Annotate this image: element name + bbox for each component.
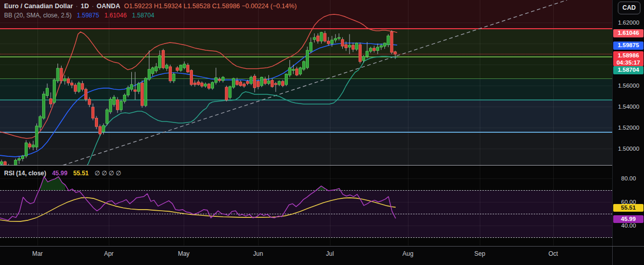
candle bbox=[271, 79, 274, 88]
candle bbox=[71, 80, 73, 88]
candle bbox=[355, 43, 358, 51]
candle-body-up bbox=[260, 77, 263, 86]
rsi-ma-value: 55.51 bbox=[73, 170, 89, 177]
candle-body-down bbox=[134, 90, 136, 91]
candle bbox=[197, 80, 200, 86]
candle-body-down bbox=[162, 50, 165, 68]
candle bbox=[267, 75, 270, 85]
candle-body-up bbox=[14, 160, 17, 166]
month-label-sep[interactable]: Sep bbox=[474, 250, 485, 257]
candle-body-down bbox=[373, 48, 376, 51]
scale-label: 1.56000 bbox=[613, 83, 644, 89]
candle bbox=[229, 86, 231, 99]
month-label-jun[interactable]: Jun bbox=[253, 250, 263, 257]
candle bbox=[327, 37, 330, 46]
month-label-apr[interactable]: Apr bbox=[104, 250, 114, 257]
time-axis[interactable]: MarAprMayJunJulAugSepOct bbox=[0, 246, 644, 265]
candle-body-up bbox=[330, 40, 333, 44]
candle-body-down bbox=[275, 84, 277, 85]
candle-body-up bbox=[165, 65, 168, 68]
bb-indicator-legend[interactable]: BB (20, SMA, close, 2.5) 1.59875 1.61046… bbox=[4, 12, 154, 19]
symbol-legend[interactable]: Euro / Canadian Dollar · 1D · OANDA O1.5… bbox=[4, 3, 297, 10]
currency-button[interactable]: CAD bbox=[618, 2, 640, 14]
candle bbox=[387, 34, 389, 47]
candle-body-down bbox=[327, 41, 330, 44]
price-scale[interactable]: CAD 1.620001.560001.540001.520001.500008… bbox=[612, 0, 644, 246]
price-pane[interactable] bbox=[0, 0, 612, 165]
candle-body-down bbox=[193, 83, 196, 85]
candle-body-down bbox=[141, 83, 144, 106]
candle-body-up bbox=[46, 88, 49, 95]
rsi-pane[interactable] bbox=[0, 166, 612, 246]
candle-body-up bbox=[232, 78, 235, 87]
candle bbox=[4, 161, 6, 165]
candle bbox=[109, 97, 112, 114]
candle-body-up bbox=[109, 99, 112, 112]
candle-body-down bbox=[317, 36, 319, 41]
candle-body-up bbox=[43, 94, 45, 118]
candle bbox=[366, 42, 368, 58]
candle-body-up bbox=[313, 37, 316, 39]
candle-body-up bbox=[172, 74, 175, 80]
candle-body-down bbox=[28, 144, 31, 147]
candle-body-up bbox=[380, 46, 382, 47]
candle-body-up bbox=[120, 101, 122, 110]
candle-body-down bbox=[239, 82, 242, 86]
bb-basis-line bbox=[0, 43, 397, 157]
candle bbox=[341, 37, 344, 49]
trading-chart-app: Euro / Canadian Dollar · 1D · OANDA O1.5… bbox=[0, 0, 644, 265]
candle-body-up bbox=[211, 83, 214, 88]
candle bbox=[172, 72, 175, 83]
candle-body-up bbox=[22, 156, 24, 158]
candle bbox=[299, 67, 302, 75]
legend-separator2: · bbox=[92, 3, 94, 10]
candle-body-up bbox=[1, 162, 3, 164]
candle-body-down bbox=[176, 68, 179, 70]
candle-body-up bbox=[123, 95, 126, 101]
candle bbox=[348, 34, 351, 54]
candle-body-down bbox=[95, 118, 97, 127]
candle-body-down bbox=[341, 39, 344, 46]
bb-basis-value: 1.59875 bbox=[77, 12, 99, 19]
candle bbox=[92, 104, 94, 120]
rsi-indicator-legend[interactable]: RSI (14, close) 45.99 55.51 ∅ ∅ ∅ ∅ bbox=[4, 170, 121, 177]
month-label-may[interactable]: May bbox=[178, 250, 190, 257]
candle bbox=[288, 60, 291, 77]
candle-body-down bbox=[282, 81, 284, 86]
candle bbox=[222, 76, 224, 83]
candle bbox=[201, 81, 203, 88]
candle bbox=[225, 86, 228, 101]
candle bbox=[18, 156, 21, 164]
candle-body-up bbox=[306, 50, 308, 68]
symbol-title[interactable]: Euro / Canadian Dollar bbox=[4, 3, 73, 10]
candle-body-up bbox=[148, 69, 150, 79]
month-label-oct[interactable]: Oct bbox=[549, 250, 558, 257]
rsi-overbought-fill bbox=[41, 177, 65, 190]
candle-body-up bbox=[387, 36, 389, 45]
candle bbox=[376, 44, 379, 54]
candle bbox=[278, 80, 281, 86]
bb-lower-badge: 1.58704 bbox=[613, 66, 643, 74]
rsi-plot-svg bbox=[0, 166, 612, 246]
month-label-aug[interactable]: Aug bbox=[402, 250, 413, 257]
candle bbox=[28, 142, 31, 149]
month-label-mar[interactable]: Mar bbox=[32, 250, 43, 257]
candle bbox=[56, 64, 59, 83]
candle-body-down bbox=[67, 79, 70, 83]
candle bbox=[282, 80, 284, 87]
bb-name[interactable]: BB (20, SMA, close, 2.5) bbox=[4, 12, 71, 19]
candle-body-up bbox=[348, 45, 351, 47]
candle-body-down bbox=[271, 80, 274, 87]
timeframe-label[interactable]: 1D bbox=[81, 3, 89, 10]
candle bbox=[162, 49, 165, 69]
candle bbox=[102, 124, 105, 135]
candle bbox=[369, 47, 372, 53]
rsi-name[interactable]: RSI (14, close) bbox=[4, 170, 46, 177]
rsi-value: 45.99 bbox=[52, 170, 67, 177]
candle bbox=[383, 43, 386, 49]
exchange-label[interactable]: OANDA bbox=[96, 3, 120, 10]
month-label-jul[interactable]: Jul bbox=[326, 250, 334, 257]
last-price-badge: 1.5898604:35:17 bbox=[613, 51, 643, 66]
candle bbox=[211, 81, 214, 90]
scale-label: 80.00 bbox=[613, 175, 644, 181]
